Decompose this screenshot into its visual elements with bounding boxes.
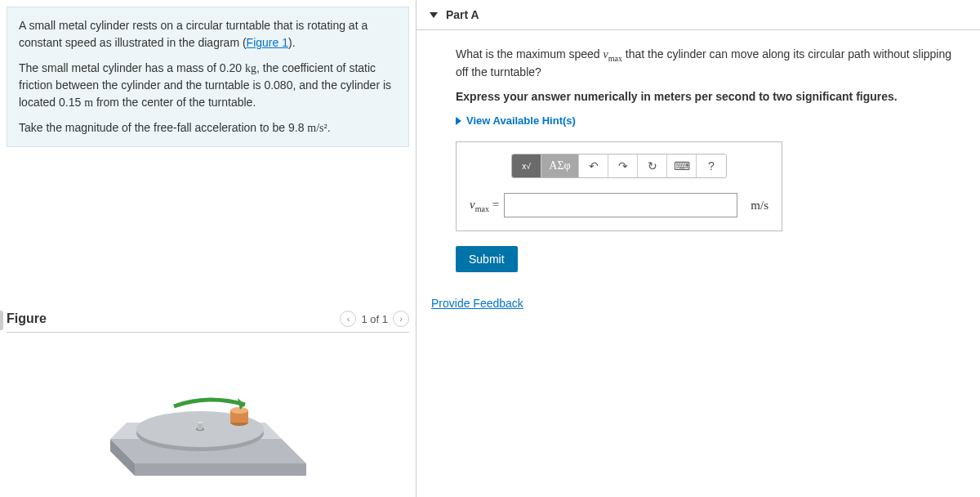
- figure-prev-button[interactable]: ‹: [340, 311, 356, 327]
- reset-button[interactable]: ↻: [638, 154, 667, 177]
- keyboard-button[interactable]: ⌨: [667, 154, 697, 177]
- svg-point-12: [230, 407, 248, 414]
- problem-text-2: The small metal cylinder has a mass of 0…: [19, 61, 391, 109]
- right-panel: Part A What is the maximum speed vmax th…: [416, 0, 980, 497]
- panel-resize-handle[interactable]: [0, 311, 3, 330]
- problem-paragraph-1: A small metal cylinder rests on a circul…: [19, 17, 397, 51]
- help-button[interactable]: ?: [697, 154, 726, 177]
- hints-label: View Available Hint(s): [466, 114, 576, 127]
- problem-text-1b: ).: [288, 36, 296, 49]
- problem-paragraph-2: The small metal cylinder has a mass of 0…: [19, 60, 397, 111]
- figure-nav: ‹ 1 of 1 ›: [340, 311, 409, 327]
- left-panel: A small metal cylinder rests on a circul…: [0, 0, 416, 497]
- figure-header: Figure ‹ 1 of 1 ›: [7, 311, 409, 333]
- part-title: Part A: [446, 8, 479, 21]
- question-text: What is the maximum speed vmax that the …: [456, 47, 967, 80]
- undo-button[interactable]: ↶: [579, 154, 608, 177]
- equation-toolbar: x√ ΑΣφ ↶ ↷ ↻ ⌨ ?: [511, 154, 727, 178]
- turntable-illustration: [78, 357, 339, 488]
- templates-button[interactable]: x√: [512, 154, 541, 177]
- view-hints-toggle[interactable]: View Available Hint(s): [456, 114, 967, 127]
- svg-point-9: [198, 422, 203, 424]
- figure-pager: 1 of 1: [361, 313, 388, 325]
- problem-statement: A small metal cylinder rests on a circul…: [7, 7, 409, 147]
- question-var: vmax: [604, 48, 622, 60]
- svg-rect-8: [198, 423, 203, 430]
- chevron-right-icon: [456, 117, 461, 125]
- answer-box: x√ ΑΣφ ↶ ↷ ↻ ⌨ ? vmax = m/s: [456, 141, 782, 231]
- figure-link[interactable]: Figure 1: [247, 36, 288, 49]
- question-text-a: What is the maximum speed: [456, 47, 604, 60]
- greek-button[interactable]: ΑΣφ: [541, 154, 579, 177]
- figure-title: Figure: [7, 311, 47, 326]
- collapse-part-icon[interactable]: [430, 12, 438, 18]
- answer-instruction: Express your answer numerically in meter…: [456, 90, 967, 103]
- problem-paragraph-3: Take the magnitude of the free-fall acce…: [19, 119, 397, 137]
- figure-next-button[interactable]: ›: [393, 311, 409, 327]
- part-header: Part A: [416, 0, 980, 30]
- svg-marker-2: [135, 463, 306, 476]
- provide-feedback-link[interactable]: Provide Feedback: [431, 297, 523, 310]
- problem-text-1a: A small metal cylinder rests on a circul…: [19, 19, 368, 49]
- answer-input[interactable]: [504, 193, 737, 217]
- redo-button[interactable]: ↷: [608, 154, 638, 177]
- figure-image: [7, 349, 409, 496]
- submit-button[interactable]: Submit: [456, 246, 518, 272]
- problem-text-3: Take the magnitude of the free-fall acce…: [19, 121, 331, 134]
- answer-unit: m/s: [751, 199, 768, 213]
- figure-section: Figure ‹ 1 of 1 ›: [0, 311, 416, 496]
- answer-variable-label: vmax =: [470, 198, 499, 213]
- answer-row: vmax = m/s: [470, 193, 768, 217]
